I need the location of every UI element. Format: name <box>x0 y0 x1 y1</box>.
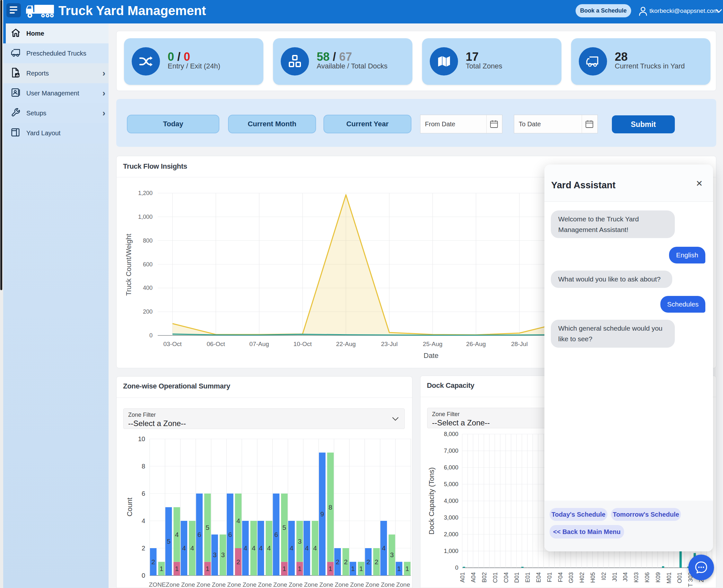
svg-text:H05: H05 <box>590 572 596 583</box>
svg-text:A01: A01 <box>459 572 466 583</box>
svg-text:200: 200 <box>143 309 153 315</box>
svg-text:4: 4 <box>190 544 194 552</box>
svg-text:Zone: Zone <box>196 581 210 588</box>
svg-text:Dock Capacity (Tons): Dock Capacity (Tons) <box>427 467 435 534</box>
svg-text:Zone: Zone <box>350 581 364 588</box>
svg-text:Zone: Zone <box>381 581 395 588</box>
svg-text:E04: E04 <box>535 572 542 583</box>
svg-text:E01: E01 <box>525 572 531 583</box>
svg-text:2: 2 <box>142 545 145 552</box>
svg-text:6: 6 <box>228 531 232 538</box>
svg-text:10-Oct: 10-Oct <box>293 341 312 347</box>
svg-text:1: 1 <box>405 565 409 572</box>
svg-text:Truck Count/Weight: Truck Count/Weight <box>125 234 133 296</box>
svg-text:J01: J01 <box>612 572 618 582</box>
svg-text:H02: H02 <box>579 572 585 583</box>
svg-text:4: 4 <box>259 544 263 552</box>
svg-text:3: 3 <box>221 551 225 559</box>
svg-text:A04: A04 <box>470 572 477 583</box>
svg-text:0: 0 <box>142 572 145 579</box>
svg-text:4: 4 <box>252 544 256 552</box>
svg-text:600: 600 <box>143 261 153 268</box>
svg-text:F01: F01 <box>546 572 553 582</box>
svg-text:1: 1 <box>206 565 209 572</box>
svg-text:Zone: Zone <box>258 581 272 588</box>
svg-text:8: 8 <box>142 463 145 470</box>
svg-text:1: 1 <box>359 565 363 572</box>
svg-text:25-Aug: 25-Aug <box>423 341 442 347</box>
svg-text:2: 2 <box>375 558 378 566</box>
svg-text:5: 5 <box>206 524 209 531</box>
svg-text:2: 2 <box>236 558 240 566</box>
svg-text:400: 400 <box>143 285 153 291</box>
svg-text:4: 4 <box>243 544 247 552</box>
svg-text:07-Aug: 07-Aug <box>249 341 269 347</box>
svg-text:Zone: Zone <box>166 581 179 588</box>
svg-text:1: 1 <box>298 565 302 572</box>
svg-text:28-Jul: 28-Jul <box>511 341 528 347</box>
svg-text:4: 4 <box>382 544 386 552</box>
svg-text:4: 4 <box>290 544 294 552</box>
svg-text:3: 3 <box>213 551 217 559</box>
svg-text:1: 1 <box>351 565 355 572</box>
svg-text:Zone: Zone <box>212 581 226 588</box>
svg-text:5: 5 <box>167 538 171 545</box>
svg-text:C01: C01 <box>492 572 498 583</box>
svg-text:5: 5 <box>282 524 286 531</box>
svg-text:6: 6 <box>274 531 278 538</box>
svg-text:B02: B02 <box>481 572 488 583</box>
svg-text:1: 1 <box>160 565 164 572</box>
svg-text:6: 6 <box>142 490 145 497</box>
svg-text:9: 9 <box>320 510 324 518</box>
svg-text:6: 6 <box>197 531 201 538</box>
svg-text:0: 0 <box>455 565 458 571</box>
svg-text:4: 4 <box>175 531 179 538</box>
svg-text:Zone: Zone <box>181 581 195 588</box>
svg-text:06-Oct: 06-Oct <box>207 341 225 347</box>
svg-text:3: 3 <box>298 538 302 545</box>
svg-text:Zone: Zone <box>365 581 379 588</box>
svg-text:2: 2 <box>336 558 340 566</box>
svg-text:23-Jul: 23-Jul <box>381 341 398 347</box>
svg-text:4: 4 <box>267 544 271 552</box>
svg-text:4: 4 <box>142 517 145 524</box>
svg-text:800: 800 <box>143 237 153 244</box>
svg-text:Zone: Zone <box>304 581 318 588</box>
svg-text:10: 10 <box>138 435 145 442</box>
svg-text:ZONE: ZONE <box>149 581 166 588</box>
svg-text:7,000: 7,000 <box>444 447 458 454</box>
svg-text:1: 1 <box>282 565 286 572</box>
svg-text:26-Aug: 26-Aug <box>466 341 486 347</box>
svg-text:Date: Date <box>424 352 439 360</box>
svg-text:03-Oct: 03-Oct <box>163 341 182 347</box>
svg-text:K06: K06 <box>644 572 651 583</box>
svg-text:C04: C04 <box>503 572 509 583</box>
svg-text:6,000: 6,000 <box>444 464 458 471</box>
svg-text:22-Aug: 22-Aug <box>336 341 356 347</box>
svg-text:K09: K09 <box>655 572 661 583</box>
svg-text:Count: Count <box>126 498 134 517</box>
svg-text:Zone: Zone <box>319 581 333 588</box>
svg-text:1: 1 <box>397 565 401 572</box>
svg-text:M01: M01 <box>666 572 672 584</box>
svg-text:8,000: 8,000 <box>444 431 458 437</box>
svg-text:2: 2 <box>366 558 370 566</box>
svg-text:Zone: Zone <box>227 581 241 588</box>
svg-text:4: 4 <box>236 517 240 524</box>
svg-text:2,000: 2,000 <box>444 531 458 538</box>
svg-text:3: 3 <box>390 551 394 559</box>
svg-text:I02: I02 <box>601 572 607 580</box>
svg-text:4,000: 4,000 <box>444 498 458 504</box>
svg-text:O01: O01 <box>676 572 683 583</box>
svg-text:0: 0 <box>149 332 153 339</box>
svg-text:4: 4 <box>305 544 309 552</box>
svg-text:3,000: 3,000 <box>444 514 458 521</box>
svg-text:Zone: Zone <box>289 581 302 588</box>
svg-text:1,000: 1,000 <box>138 214 153 220</box>
svg-text:Zone: Zone <box>335 581 348 588</box>
svg-text:1,200: 1,200 <box>138 190 153 196</box>
svg-text:1: 1 <box>175 565 179 572</box>
svg-text:Zone: Zone <box>273 581 287 588</box>
svg-text:4: 4 <box>313 544 317 552</box>
svg-text:D01: D01 <box>514 572 520 583</box>
